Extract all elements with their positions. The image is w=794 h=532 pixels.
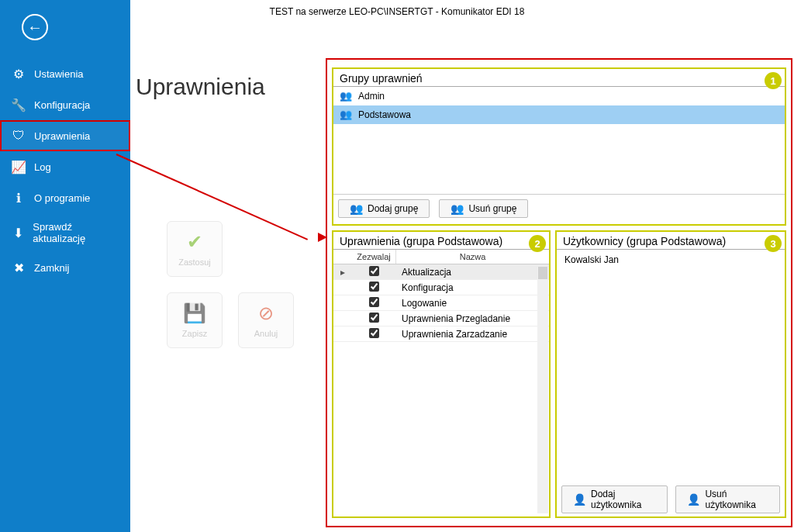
- permissions-panel: 2 Uprawnienia (grupa Podstawowa) Zezwala…: [332, 230, 551, 518]
- save-icon: 💾: [183, 302, 206, 324]
- sidebar-item-label: Konfiguracja: [34, 99, 90, 111]
- permission-name: Konfiguracja: [395, 282, 549, 293]
- sidebar-item-zamknij[interactable]: ✖Zamknij: [0, 252, 130, 283]
- sidebar-icon: 🛡: [11, 128, 26, 143]
- permission-name: Logowanie: [395, 298, 549, 309]
- work-area: 1 Grupy uprawnień 👥Admin👥Podstawowa 👥 Do…: [326, 58, 792, 527]
- sidebar-icon: ✖: [11, 260, 26, 275]
- permission-row[interactable]: Uprawnienia Zarzadzanie: [333, 326, 549, 342]
- scrollbar-thumb[interactable]: [538, 267, 547, 279]
- permissions-scrollbar[interactable]: [537, 267, 548, 513]
- sidebar-icon: ⚙: [11, 66, 26, 81]
- groups-panel: 1 Grupy uprawnień 👥Admin👥Podstawowa 👥 Do…: [332, 67, 786, 226]
- col-name: Nazwa: [395, 250, 549, 264]
- sidebar-item-label: Ustawienia: [34, 68, 84, 80]
- add-user-label: Dodaj użytkownika: [591, 489, 656, 510]
- add-user-icon: 👤: [573, 493, 586, 506]
- delete-group-icon: 👥: [451, 202, 464, 215]
- permission-name: Aktualizacja: [395, 267, 549, 278]
- sidebar-item-log[interactable]: 📈Log: [0, 151, 130, 182]
- sidebar-icon: ⬇: [11, 225, 25, 240]
- back-button[interactable]: ←: [22, 14, 48, 40]
- permission-name: Uprawnienia Zarzadzanie: [395, 329, 549, 340]
- allow-checkbox[interactable]: [369, 297, 379, 307]
- allow-checkbox[interactable]: [369, 328, 379, 338]
- group-name: Admin: [358, 91, 385, 102]
- add-group-button[interactable]: 👥 Dodaj grupę: [338, 199, 430, 218]
- add-group-label: Dodaj grupę: [368, 203, 418, 214]
- apply-label: Zastosuj: [178, 257, 211, 267]
- sidebar: ← ⚙Ustawienia🔧Konfiguracja🛡Uprawnienia📈L…: [0, 0, 130, 532]
- add-user-button[interactable]: 👤 Dodaj użytkownika: [561, 485, 668, 513]
- sidebar-item-o-programie[interactable]: ℹO programie: [0, 182, 130, 213]
- permission-row[interactable]: ▸Aktualizacja: [333, 264, 549, 280]
- permission-row[interactable]: Konfiguracja: [333, 280, 549, 295]
- badge-3: 3: [765, 235, 782, 252]
- cancel-label: Anuluj: [254, 329, 278, 338]
- save-label: Zapisz: [182, 329, 207, 338]
- group-name: Podstawowa: [358, 109, 411, 120]
- delete-user-label: Usuń użytkownika: [705, 489, 768, 510]
- actions-column: ✔ Zastosuj 💾 Zapisz ⊘ Anuluj: [167, 221, 294, 348]
- apply-button[interactable]: ✔ Zastosuj: [167, 221, 223, 277]
- delete-group-button[interactable]: 👥 Usuń grupę: [439, 199, 528, 218]
- row-indicator: ▸: [333, 267, 352, 278]
- sidebar-item-ustawienia[interactable]: ⚙Ustawienia: [0, 58, 130, 89]
- delete-user-icon: 👤: [687, 493, 700, 506]
- allow-checkbox[interactable]: [369, 282, 379, 292]
- add-group-icon: 👥: [350, 202, 363, 215]
- users-panel: 3 Użytkownicy (grupa Podstawowa) Kowalsk…: [555, 230, 786, 518]
- users-panel-title: Użytkownicy (grupa Podstawowa): [557, 232, 785, 250]
- permissions-panel-title: Uprawnienia (grupa Podstawowa): [333, 232, 549, 250]
- sidebar-item-uprawnienia[interactable]: 🛡Uprawnienia: [0, 120, 130, 151]
- delete-group-label: Usuń grupę: [468, 203, 516, 214]
- sidebar-item-label: Uprawnienia: [34, 130, 90, 142]
- sidebar-item-label: O programie: [34, 192, 90, 204]
- badge-1: 1: [765, 72, 782, 89]
- sidebar-item-konfiguracja[interactable]: 🔧Konfiguracja: [0, 89, 130, 120]
- back-arrow-icon: ←: [27, 19, 43, 35]
- col-allow: Zezwalaj: [352, 250, 395, 264]
- sidebar-item-sprawd-aktualizacj-[interactable]: ⬇Sprawdź aktualizację: [0, 213, 130, 252]
- user-row[interactable]: Kowalski Jan: [564, 254, 777, 265]
- group-icon: 👥: [340, 90, 352, 102]
- cancel-button[interactable]: ⊘ Anuluj: [238, 292, 294, 348]
- sidebar-icon: 📈: [11, 159, 26, 174]
- delete-user-button[interactable]: 👤 Usuń użytkownika: [675, 485, 780, 513]
- sidebar-item-label: Zamknij: [34, 262, 70, 274]
- page-title: Uprawnienia: [136, 74, 265, 100]
- sidebar-icon: 🔧: [11, 97, 26, 112]
- cancel-icon: ⊘: [258, 302, 274, 324]
- check-icon: ✔: [187, 231, 202, 253]
- groups-list: 👥Admin👥Podstawowa: [333, 87, 785, 194]
- allow-checkbox[interactable]: [369, 266, 379, 276]
- sidebar-item-label: Sprawdź aktualizację: [33, 221, 119, 244]
- groups-panel-title: Grupy uprawnień: [333, 69, 785, 87]
- permission-name: Uprawnienia Przegladanie: [395, 313, 549, 324]
- sidebar-item-label: Log: [34, 161, 51, 173]
- badge-2: 2: [529, 235, 546, 252]
- permission-row[interactable]: Logowanie: [333, 295, 549, 311]
- sidebar-icon: ℹ: [11, 190, 26, 206]
- permission-row[interactable]: Uprawnienia Przegladanie: [333, 311, 549, 326]
- group-row[interactable]: 👥Admin: [333, 87, 785, 105]
- allow-checkbox[interactable]: [369, 313, 379, 323]
- save-button[interactable]: 💾 Zapisz: [167, 292, 223, 348]
- users-list: Kowalski Jan: [557, 250, 785, 270]
- permissions-header: Zezwalaj Nazwa: [333, 250, 549, 264]
- group-icon: 👥: [340, 109, 352, 121]
- group-row[interactable]: 👥Podstawowa: [333, 105, 785, 124]
- permissions-body: ▸AktualizacjaKonfiguracjaLogowanieUprawn…: [333, 264, 549, 342]
